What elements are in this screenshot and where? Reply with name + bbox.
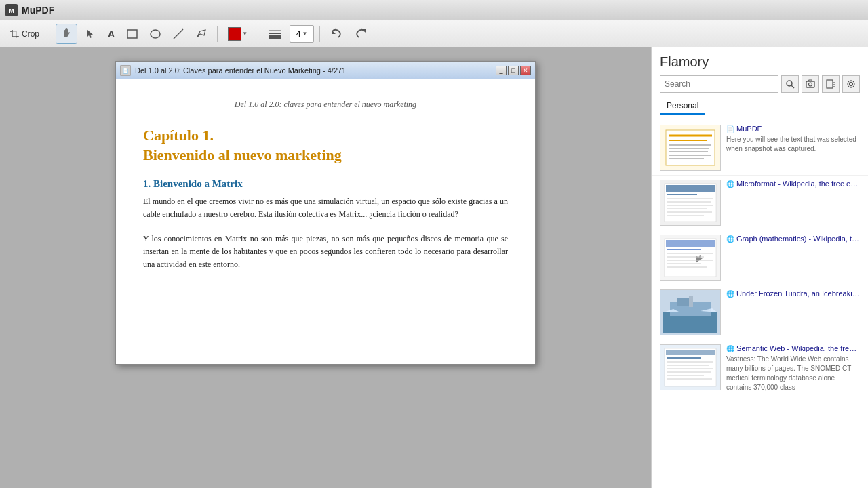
app-titlebar: M MuPDF [0, 0, 868, 20]
camera-icon [806, 79, 815, 89]
snapshot-info-mupdf: 📄 MuPDF Here you will see the text that … [726, 125, 860, 171]
flamory-snapshots-list: 📄 MuPDF Here you will see the text that … [652, 115, 868, 488]
svg-rect-22 [806, 81, 814, 87]
line-icon [173, 28, 184, 39]
main-content: 📄 Del 1.0 al 2.0: Claves para entender e… [0, 47, 868, 488]
color-dropdown-arrow: ▼ [242, 30, 248, 37]
search-input[interactable] [660, 75, 778, 93]
snapshot-desc-semantic: Vastness: The World Wide Web contains ma… [726, 354, 860, 392]
color-swatch [228, 27, 241, 41]
snapshot-title-semantic: 🌐 Semantic Web - Wikipedia, the free enc… [726, 344, 860, 352]
markup-icon [196, 28, 207, 39]
ellipse-tool-button[interactable] [145, 24, 165, 44]
undo-button[interactable] [326, 24, 347, 44]
line-style-button[interactable] [264, 24, 287, 44]
close-button[interactable]: ✕ [520, 66, 531, 75]
svg-rect-60 [677, 298, 690, 306]
line-tool-button[interactable] [168, 24, 189, 44]
svg-point-9 [151, 30, 160, 38]
hand-tool-button[interactable] [56, 24, 77, 44]
svg-rect-66 [666, 350, 715, 355]
select-tool-button[interactable] [80, 24, 100, 44]
search-icon [785, 79, 795, 89]
flamory-tabs: Personal [652, 98, 868, 115]
svg-text:📄: 📄 [123, 68, 129, 74]
import-button[interactable] [822, 75, 840, 93]
import-icon [826, 79, 835, 89]
minimize-button[interactable]: _ [496, 66, 507, 75]
pdf-window: 📄 Del 1.0 al 2.0: Claves para entender e… [115, 61, 536, 365]
pdf-chapter-title: Capítulo 1. Bienvenido al nuevo marketin… [143, 126, 508, 165]
ellipse-icon [150, 29, 161, 39]
pdf-window-title: Del 1.0 al 2.0: Claves para entender el … [135, 66, 492, 75]
search-button[interactable] [781, 75, 799, 93]
svg-point-20 [787, 81, 792, 86]
svg-rect-8 [127, 30, 137, 38]
rect-tool-button[interactable] [122, 24, 142, 44]
svg-point-23 [809, 83, 812, 86]
chapter-title-line1: Capítulo 1. [143, 127, 214, 144]
crop-label: Crop [22, 29, 39, 39]
line-width-dropdown[interactable]: 4 ▼ [290, 25, 314, 43]
markup-tool-button[interactable] [191, 24, 212, 44]
snapshot-desc-mupdf: Here you will see the text that was sele… [726, 135, 860, 154]
toolbar-separator-2 [217, 26, 218, 42]
pdf-section-title: 1. Bienvenido a Matrix [143, 178, 508, 190]
snapshot-frozen[interactable]: 🌐 Under Frozen Tundra, an Icebreaking Sh… [652, 285, 868, 340]
svg-rect-40 [666, 185, 715, 192]
svg-text:M: M [9, 7, 14, 14]
svg-line-10 [174, 29, 183, 39]
pdf-window-titlebar: 📄 Del 1.0 al 2.0: Claves para entender e… [116, 62, 535, 79]
pdf-body-para1: El mundo en el que creemos vivir no es m… [143, 195, 508, 221]
snapshot-graph[interactable]: 🌐 Graph (mathematics) - Wikipedia, the f… [652, 230, 868, 285]
snapshot-mupdf[interactable]: 📄 MuPDF Here you will see the text that … [652, 121, 868, 176]
flamory-panel: Flamory [651, 47, 868, 488]
maximize-button[interactable]: □ [508, 66, 519, 75]
camera-button[interactable] [802, 75, 819, 93]
snapshot-info-graph: 🌐 Graph (mathematics) - Wikipedia, the f… [726, 235, 860, 281]
svg-rect-50 [666, 240, 715, 247]
text-tool-button[interactable]: A [103, 24, 119, 44]
undo-icon [330, 28, 342, 39]
snapshot-info-semantic: 🌐 Semantic Web - Wikipedia, the free enc… [726, 344, 860, 392]
snapshot-semantic[interactable]: 🌐 Semantic Web - Wikipedia, the free enc… [652, 340, 868, 397]
flamory-toolbar [660, 75, 860, 93]
pdf-header-text: Del 1.0 al 2.0: claves para entender el … [143, 100, 508, 110]
snapshot-thumb-graph [660, 235, 721, 281]
color-picker-button[interactable]: ▼ [223, 24, 252, 44]
svg-rect-61 [689, 296, 693, 307]
settings-button[interactable] [842, 75, 860, 93]
svg-point-28 [850, 83, 853, 86]
settings-icon [846, 79, 856, 89]
snapshot-title-frozen: 🌐 Under Frozen Tundra, an Icebreaking Sh… [726, 289, 860, 298]
snapshot-thumb-semantic [660, 344, 721, 390]
snapshot-info-frozen: 🌐 Under Frozen Tundra, an Icebreaking Sh… [726, 289, 860, 336]
chapter-title-line2: Bienvenido al nuevo marketing [143, 146, 342, 163]
width-dropdown-arrow: ▼ [302, 30, 307, 37]
window-buttons: _ □ ✕ [496, 66, 531, 75]
pdf-area: 📄 Del 1.0 al 2.0: Claves para entender e… [0, 47, 651, 488]
pdf-content: Del 1.0 al 2.0: claves para entender el … [116, 79, 535, 364]
rect-icon [127, 29, 138, 39]
redo-button[interactable] [350, 24, 372, 44]
snapshot-info-microformat: 🌐 Microformat - Wikipedia, the free ency… [726, 180, 860, 226]
toolbar-separator-1 [50, 26, 50, 42]
pdf-window-icon: 📄 [120, 65, 131, 76]
snapshot-thumb-frozen [660, 289, 721, 336]
toolbar-separator-3 [258, 26, 258, 42]
snapshot-thumb-microformat [660, 180, 721, 226]
snapshot-title-graph: 🌐 Graph (mathematics) - Wikipedia, the f… [726, 235, 860, 243]
flamory-title: Flamory [660, 54, 860, 70]
snapshot-microformat[interactable]: 🌐 Microformat - Wikipedia, the free ency… [652, 176, 868, 230]
app-icon: M [5, 4, 18, 16]
flamory-header: Flamory [652, 47, 868, 98]
crop-button[interactable]: Crop [5, 24, 44, 44]
pdf-body-para2: Y los conocimientos en Matrix no son más… [143, 232, 508, 272]
redo-icon [355, 28, 367, 39]
toolbar-separator-4 [319, 26, 320, 42]
tab-personal[interactable]: Personal [660, 98, 705, 115]
line-width-value: 4 [296, 29, 301, 39]
snapshot-thumb-mupdf [660, 125, 721, 171]
crop-icon [10, 29, 20, 39]
line-style-icon [269, 28, 282, 39]
